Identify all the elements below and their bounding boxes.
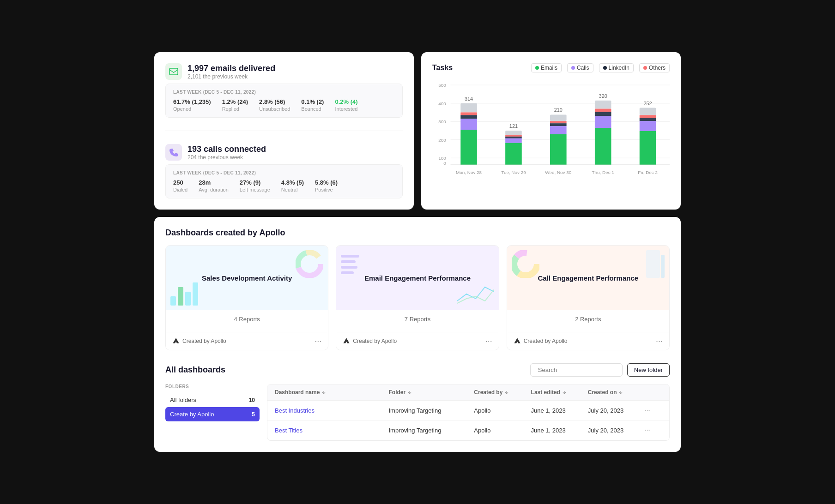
sort-icon-created-by[interactable] [504,390,509,395]
legend-linkedin: LinkedIn [599,63,634,72]
dashboard-card-cep[interactable]: Call Engagement Performance 2 Reports Cr… [507,245,670,350]
sort-icon-folder[interactable] [407,390,412,395]
legend-calls: Calls [567,63,593,72]
call-stat-label-3: Neutral [281,187,304,192]
svg-text:Tue, Nov 29: Tue, Nov 29 [501,170,526,175]
row1-dots[interactable]: ··· [645,426,651,434]
pie-icon-sda [296,250,323,278]
legend-dot-others [643,66,647,70]
svg-text:100: 100 [438,156,446,161]
folder-item-all[interactable]: All folders 10 [165,393,260,407]
legend-label-others: Others [649,65,666,71]
email-stat-4: 0.2% (4) Interested [335,98,357,112]
card-title-cep: Call Engagement Performance [531,274,646,282]
dashboard-card-sda[interactable]: Sales Development Activity 4 Reports [165,245,328,350]
th-created-on: Created on [588,389,645,396]
creator-label-cep: Created by Apollo [524,338,568,344]
legend-dot-emails [535,66,539,70]
row0-name[interactable]: Best Industries [275,407,388,414]
creator-info-cep: Created by Apollo [514,337,568,345]
svg-text:Wed, Nov 30: Wed, Nov 30 [545,170,571,175]
svg-rect-57 [341,266,357,269]
row1-name[interactable]: Best Titles [275,427,388,434]
table-header: Dashboard name Folder Created by Last ed… [267,384,669,401]
folder-count-apollo: 5 [252,411,255,418]
more-btn-cep[interactable]: ··· [656,337,663,345]
card-body-sda: 4 Reports [166,310,328,332]
row0-actions[interactable]: ··· [645,406,662,414]
emails-detail: LAST WEEK (DEC 5 - DEC 11, 2022) 61.7% (… [165,84,403,118]
th-created-by: Created by [474,389,531,396]
sort-icon-name[interactable] [321,390,326,395]
call-stat-value-1: 28m [199,179,229,186]
bar-group-3: 320 Thu, Dec 1 [592,93,615,175]
email-stat-value-3: 0.1% (2) [301,98,324,105]
row0-dots[interactable]: ··· [645,406,651,414]
folder-item-apollo[interactable]: Create by Apollo 5 [165,407,260,421]
emails-week-label: LAST WEEK (DEC 5 - DEC 11, 2022) [173,90,395,95]
call-stat-label-0: Dialed [173,187,188,192]
tasks-chart: 500 400 300 200 100 0 [432,80,670,181]
card-preview-sda: Sales Development Activity [166,246,328,310]
svg-rect-12 [460,103,477,113]
email-stat-2: 2.8% (56) Unsubscribed [259,98,290,112]
bar-group-1: 121 Tue, Nov 29 [501,123,526,175]
creator-info-eep: Created by Apollo [343,337,397,345]
new-folder-button[interactable]: New folder [627,363,670,377]
svg-rect-37 [595,128,611,165]
card-body-cep: 2 Reports [507,310,669,332]
emails-title: 1,997 emails delivered [188,64,275,73]
svg-rect-30 [550,134,567,165]
emails-stats-row: 61.7% (1,235) Opened 1.2% (24) Replied 2… [173,98,395,112]
section-divider [165,131,403,131]
folder-name-all: All folders [170,396,196,403]
svg-text:Thu, Dec 1: Thu, Dec 1 [592,170,615,175]
email-icon [169,68,178,75]
email-stat-value-0: 61.7% (1,235) [173,98,211,105]
svg-rect-28 [550,123,567,126]
svg-rect-48 [170,296,176,306]
more-btn-sda[interactable]: ··· [315,337,321,345]
call-stat-4: 5.8% (6) Positive [315,179,338,192]
svg-text:300: 300 [438,119,446,124]
th-name: Dashboard name [275,389,388,396]
tasks-card: Tasks Emails Calls LinkedIn [421,52,681,210]
more-btn-eep[interactable]: ··· [485,337,492,345]
apollo-logo-sda [172,337,180,345]
bar-group-0: 314 Mon, Nov 28 [456,96,482,175]
calls-week-label: LAST WEEK (DEC 5 - DEC 11, 2022) [173,170,395,175]
folders-sidebar: FOLDERS All folders 10 Create by Apollo … [165,384,267,441]
sort-icon-created-on[interactable] [618,390,623,395]
calls-detail: LAST WEEK (DEC 5 - DEC 11, 2022) 250 Dia… [165,164,403,198]
svg-text:252: 252 [643,101,652,106]
area-chart-icon [646,250,665,278]
bar-group-4: 252 Fri, Dec 2 [638,101,658,175]
row0-created-on: July 20, 2023 [588,407,645,414]
calls-title-group: 193 calls connected 204 the previous wee… [188,144,266,161]
emails-section: 1,997 emails delivered 2,101 the previou… [165,63,403,118]
tasks-header: Tasks Emails Calls LinkedIn [432,63,670,72]
dashboard-card-eep[interactable]: Email Engagement Performance 7 Reports C… [336,245,499,350]
folder-count-all: 10 [249,397,255,403]
row1-actions[interactable]: ··· [645,426,662,434]
svg-rect-19 [505,131,522,135]
call-stat-label-2: Left message [240,187,270,192]
svg-rect-49 [178,287,183,306]
sort-icon-last-edited[interactable] [562,390,567,395]
table-row-0: Best Industries Improving Targeting Apol… [267,401,669,420]
reports-count-sda: 4 Reports [172,316,321,323]
email-stat-label-3: Bounced [301,106,324,112]
legend-label-calls: Calls [577,65,589,71]
card-preview-cep: Call Engagement Performance [507,246,669,310]
email-stat-1: 1.2% (24) Replied [222,98,248,112]
row1-created-by: Apollo [474,427,531,434]
card-footer-sda: Created by Apollo ··· [166,332,328,350]
email-stat-label-0: Opened [173,106,211,112]
svg-rect-44 [640,131,656,165]
search-box[interactable] [530,363,623,377]
email-stat-label-4: Interested [335,106,357,112]
svg-rect-29 [550,126,567,134]
svg-rect-50 [185,292,191,306]
search-input[interactable] [538,366,616,373]
row1-last-edited: June 1, 2023 [531,427,588,434]
